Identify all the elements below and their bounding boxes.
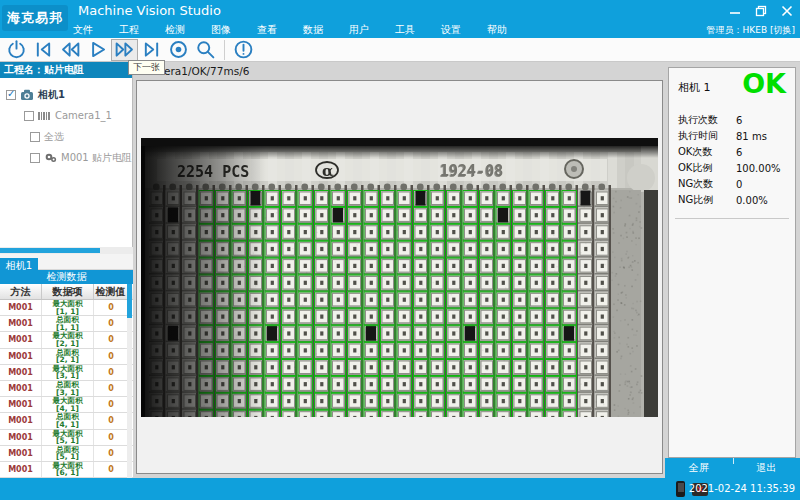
data-item-index: [4, 1] [56, 421, 79, 429]
table-row[interactable]: M001 最大面积 [4, 1] 0 [0, 397, 133, 413]
gears-icon [44, 152, 57, 163]
cell-data-item: 总面积 [5, 1] [42, 446, 94, 461]
stat-row: NG比例 0.00% [678, 192, 788, 208]
camera-name-label: 相机 1 [678, 80, 711, 95]
cell-method: M001 [0, 462, 42, 477]
cell-method: M001 [0, 316, 42, 331]
toolbar-divider [224, 40, 225, 60]
skip-end-icon[interactable] [138, 39, 165, 61]
menu-item[interactable]: 图像 [198, 22, 244, 38]
fast-forward-icon[interactable] [111, 39, 138, 61]
cell-method: M001 [0, 430, 42, 445]
table-row[interactable]: M001 总面积 [3, 1] 0 [0, 381, 133, 397]
stat-value: 6 [736, 115, 742, 126]
menu-item[interactable]: 工具 [382, 22, 428, 38]
column-value[interactable]: 检测值 [94, 284, 128, 299]
menu-item[interactable]: 工程 [106, 22, 152, 38]
close-button[interactable] [780, 4, 794, 17]
table-row[interactable]: M001 总面积 [5, 1] 0 [0, 446, 133, 462]
project-panel: 工程名：贴片电阻 相机1Camera1_1全选M001 贴片电阻检测 相机1 检… [0, 62, 133, 478]
restore-button[interactable] [754, 4, 768, 17]
menu-item[interactable]: 帮助 [474, 22, 520, 38]
stat-label: NG比例 [678, 193, 736, 207]
fullscreen-button[interactable]: 全屏 [665, 461, 733, 475]
data-item-index: [5, 1] [56, 453, 79, 461]
stat-value: 6 [736, 147, 742, 158]
stat-row: OK次数 6 [678, 144, 788, 160]
tree-item[interactable]: Camera1_1 [0, 105, 132, 126]
checkbox[interactable] [24, 111, 34, 121]
menu-item[interactable]: 检测 [152, 22, 198, 38]
minimize-button[interactable] [728, 4, 742, 17]
zoom-icon[interactable] [192, 39, 219, 61]
cell-value: 0 [94, 433, 128, 442]
table-row[interactable]: M001 最大面积 [1, 1] 0 [0, 300, 133, 316]
stat-label: 执行时间 [678, 129, 736, 143]
menu-item[interactable]: 用户 [336, 22, 382, 38]
tree-item[interactable]: 相机1 [0, 84, 132, 105]
cell-value: 0 [94, 335, 128, 344]
cell-method: M001 [0, 332, 42, 347]
horizontal-scrollbar[interactable] [0, 247, 133, 254]
cell-data-item: 总面积 [3, 1] [42, 381, 94, 396]
vertical-scrollbar[interactable] [127, 284, 132, 478]
stat-label: NG次数 [678, 177, 736, 191]
tree-item-label: 相机1 [38, 88, 65, 102]
record-icon[interactable] [165, 39, 192, 61]
table-row[interactable]: M001 总面积 [4, 1] 0 [0, 413, 133, 429]
table-row[interactable]: M001 最大面积 [5, 1] 0 [0, 430, 133, 446]
menu-item[interactable]: 设置 [428, 22, 474, 38]
table-row[interactable]: M001 最大面积 [3, 1] 0 [0, 365, 133, 381]
exit-button[interactable]: 退出 [733, 461, 800, 475]
detection-table-body: M001 最大面积 [1, 1] 0 M001 总面积 [1, 1] 0 [0, 300, 133, 478]
phone-tray-icon[interactable] [676, 481, 685, 497]
stat-value: 100.00% [736, 163, 781, 174]
play-icon[interactable] [84, 39, 111, 61]
cell-method: M001 [0, 413, 42, 428]
scrollbar-thumb[interactable] [127, 284, 132, 318]
machine-vision-studio-window: Machine Vision Studio 海克易邦 文件工程检测图像查看数据用… [0, 0, 800, 500]
table-row[interactable]: M001 总面积 [1, 1] 0 [0, 316, 133, 332]
data-item-index: [3, 1] [56, 372, 79, 380]
tree-item[interactable]: M001 贴片电阻检测 [0, 147, 132, 168]
tree-item-label: Camera1_1 [55, 110, 112, 121]
column-method[interactable]: 方法 [0, 284, 42, 299]
rewind-icon[interactable] [57, 39, 84, 61]
stat-row: 执行次数 6 [678, 112, 788, 128]
tree-item-label: 全选 [44, 130, 64, 144]
cell-data-item: 总面积 [1, 1] [42, 316, 94, 331]
table-row[interactable]: M001 总面积 [2, 1] 0 [0, 349, 133, 365]
switch-user-button[interactable]: [切换] [770, 25, 795, 35]
cell-value: 0 [94, 368, 128, 377]
divider [675, 218, 789, 219]
menu-item[interactable]: 查看 [244, 22, 290, 38]
title-bar: Machine Vision Studio [0, 0, 800, 22]
table-row[interactable]: M001 最大面积 [6, 1] 0 [0, 462, 133, 478]
checkbox[interactable] [30, 132, 40, 142]
checkbox[interactable] [30, 153, 40, 163]
status-badge: OK [742, 68, 786, 99]
table-row[interactable]: M001 最大面积 [2, 1] 0 [0, 332, 133, 348]
menu-item[interactable]: 数据 [290, 22, 336, 38]
data-item-index: [2, 1] [56, 356, 79, 364]
user-info: 管理员：HKEB [切换] [707, 23, 795, 37]
cell-method: M001 [0, 365, 42, 380]
detection-data-title: 检测数据 [0, 270, 133, 284]
power-icon[interactable] [3, 39, 30, 61]
info-icon[interactable] [230, 39, 257, 61]
scrollbar-thumb[interactable] [0, 248, 100, 253]
tree-item[interactable]: 全选 [0, 126, 132, 147]
cell-value: 0 [94, 352, 128, 361]
current-user-label: 管理员：HKEB [707, 25, 768, 35]
camera-image[interactable] [141, 138, 658, 417]
cell-data-item: 总面积 [2, 1] [42, 349, 94, 364]
skip-start-icon[interactable] [30, 39, 57, 61]
cell-value: 0 [94, 449, 128, 458]
cell-value: 0 [94, 400, 128, 409]
cell-method: M001 [0, 300, 42, 315]
image-viewer-panel[interactable] [136, 80, 663, 474]
next-image-tooltip: 下一张 [128, 60, 165, 75]
checkbox[interactable] [6, 90, 16, 100]
data-item-index: [2, 1] [56, 340, 79, 348]
column-data-item[interactable]: 数据项 [42, 284, 94, 299]
